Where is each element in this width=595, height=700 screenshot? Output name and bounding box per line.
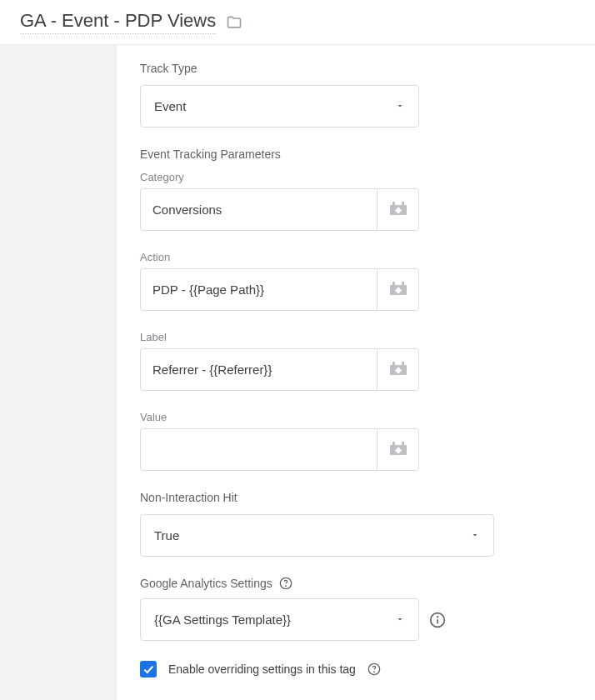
svg-rect-1 — [392, 202, 395, 205]
track-type-select[interactable]: Event — [140, 85, 419, 128]
value-group: Value — [140, 411, 572, 471]
ga-settings-select[interactable]: {{GA Settings Template}} — [140, 598, 419, 641]
non-interaction-label: Non-Interaction Hit — [140, 491, 572, 504]
action-input[interactable] — [140, 268, 377, 311]
variable-insert-icon — [390, 282, 407, 298]
svg-point-24 — [438, 616, 438, 617]
label-variable-button[interactable] — [377, 348, 419, 391]
left-gutter — [0, 45, 117, 700]
category-label: Category — [140, 171, 572, 183]
info-icon[interactable] — [429, 612, 446, 628]
value-variable-button[interactable] — [377, 428, 419, 471]
page-title[interactable]: GA - Event - PDP Views — [20, 10, 216, 34]
non-interaction-select[interactable]: True — [140, 514, 494, 557]
category-variable-button[interactable] — [377, 188, 419, 231]
label-group: Label — [140, 331, 572, 391]
ga-settings-group: Google Analytics Settings {{GA Settings … — [140, 577, 572, 678]
svg-rect-14 — [395, 369, 401, 372]
action-input-row — [140, 268, 419, 311]
svg-rect-12 — [402, 362, 404, 365]
event-params-group: Event Tracking Parameters Category — [140, 148, 572, 231]
track-type-value: Event — [154, 99, 395, 113]
svg-rect-9 — [395, 289, 401, 292]
override-checkbox-row: Enable overriding settings in this tag — [140, 661, 572, 678]
svg-rect-11 — [392, 362, 395, 365]
help-icon[interactable] — [368, 662, 381, 676]
event-params-section-label: Event Tracking Parameters — [140, 148, 572, 161]
value-input[interactable] — [140, 428, 377, 471]
track-type-group: Track Type Event — [140, 62, 572, 128]
override-checkbox[interactable] — [140, 661, 157, 678]
svg-rect-7 — [402, 282, 404, 285]
track-type-label: Track Type — [140, 62, 572, 75]
chevron-down-icon — [395, 99, 405, 114]
svg-point-21 — [285, 586, 286, 587]
page-header: GA - Event - PDP Views — [0, 0, 595, 44]
svg-rect-17 — [402, 442, 404, 445]
content-wrapper: Track Type Event Event Tracking Paramete… — [0, 45, 595, 700]
help-icon[interactable] — [279, 577, 292, 590]
ga-settings-label: Google Analytics Settings — [140, 577, 272, 590]
variable-insert-icon — [390, 202, 407, 218]
action-label: Action — [140, 251, 572, 263]
ga-settings-value: {{GA Settings Template}} — [154, 612, 395, 627]
svg-point-26 — [374, 672, 375, 672]
value-input-row — [140, 428, 419, 471]
chevron-down-icon — [395, 612, 405, 628]
label-input[interactable] — [140, 348, 377, 391]
ga-settings-label-row: Google Analytics Settings — [140, 577, 572, 590]
variable-insert-icon — [390, 442, 407, 458]
main-panel: Track Type Event Event Tracking Paramete… — [117, 45, 595, 700]
action-group: Action — [140, 251, 572, 311]
non-interaction-group: Non-Interaction Hit True — [140, 491, 572, 557]
svg-rect-4 — [395, 209, 401, 212]
category-input[interactable] — [140, 188, 377, 231]
action-variable-button[interactable] — [377, 268, 419, 311]
event-label-label: Label — [140, 331, 572, 343]
svg-rect-19 — [395, 449, 401, 452]
category-input-row — [140, 188, 419, 231]
folder-icon[interactable] — [226, 14, 242, 31]
ga-settings-row: {{GA Settings Template}} — [140, 598, 572, 641]
event-value-label: Value — [140, 411, 572, 423]
chevron-down-icon — [470, 528, 480, 543]
label-input-row — [140, 348, 419, 391]
svg-rect-16 — [392, 442, 395, 445]
svg-rect-2 — [402, 202, 404, 205]
override-checkbox-label: Enable overriding settings in this tag — [168, 662, 356, 676]
svg-rect-6 — [392, 282, 395, 285]
variable-insert-icon — [390, 362, 407, 378]
non-interaction-value: True — [154, 528, 470, 542]
